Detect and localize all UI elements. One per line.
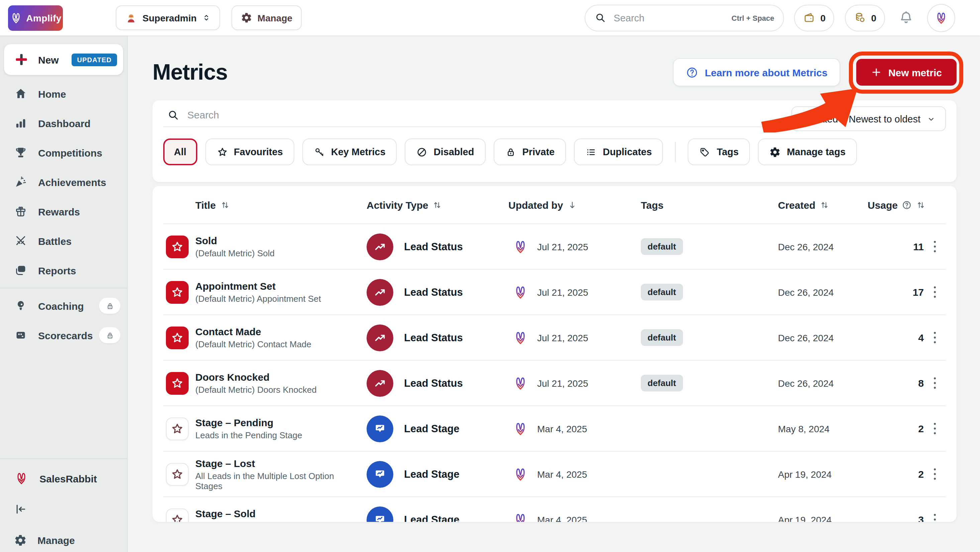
- sidebar-item-competitions[interactable]: Competitions: [0, 138, 127, 167]
- row-menu-button[interactable]: [926, 372, 943, 395]
- star-icon: [170, 331, 184, 344]
- metric-subtitle: (Default Metric) Appointment Set: [195, 293, 358, 304]
- gift-icon: [14, 205, 27, 218]
- header-title[interactable]: Title: [195, 199, 358, 210]
- learn-more-button[interactable]: Learn more about Metrics: [673, 58, 840, 86]
- sidebar-item-reports[interactable]: Reports: [0, 256, 127, 285]
- global-search[interactable]: Ctrl + Space: [585, 4, 784, 31]
- salesrabbit-logo-icon: [14, 471, 29, 486]
- notifications-button[interactable]: [898, 10, 914, 25]
- new-metric-wrapper: New metric: [856, 59, 956, 86]
- wallet-button[interactable]: 0: [794, 4, 835, 31]
- coins-icon: [854, 11, 866, 24]
- table-row[interactable]: Stage – PendingLeads in the Pending Stag…: [163, 406, 946, 452]
- favourite-toggle[interactable]: [166, 326, 189, 349]
- lock-pill: [99, 327, 121, 343]
- favourite-toggle[interactable]: [166, 235, 189, 258]
- favourite-toggle[interactable]: [166, 463, 189, 485]
- rabbit-icon: [10, 11, 23, 24]
- header-updated-by[interactable]: Updated by: [499, 199, 633, 210]
- updated-by-avatar: [512, 284, 528, 300]
- favourite-toggle[interactable]: [166, 281, 189, 304]
- filter-chip-disabled[interactable]: Disabled: [405, 138, 486, 165]
- bar-chart-icon: [14, 116, 27, 130]
- new-metric-button[interactable]: New metric: [856, 59, 956, 86]
- manage-tags-button[interactable]: Manage tags: [758, 138, 857, 165]
- row-menu-button[interactable]: [926, 235, 943, 258]
- salesrabbit-link[interactable]: SalesRabbit: [0, 463, 127, 494]
- tags-button[interactable]: Tags: [688, 138, 750, 165]
- metric-subtitle: [195, 521, 358, 522]
- sidebar-footer: SalesRabbit Manage: [0, 458, 127, 552]
- plus-icon: [14, 52, 29, 67]
- table-row[interactable]: Appointment Set(Default Metric) Appointm…: [163, 270, 946, 315]
- tag-icon: [699, 146, 711, 157]
- favourite-toggle[interactable]: [166, 417, 189, 440]
- filter-chip-favourites[interactable]: Favourites: [205, 138, 294, 165]
- filter-chip-duplicates[interactable]: Duplicates: [574, 138, 663, 165]
- favourite-toggle[interactable]: [166, 372, 189, 395]
- amplify-logo[interactable]: Amplify: [8, 5, 63, 30]
- party-popper-icon: [14, 175, 27, 189]
- sidebar-item-battles[interactable]: Battles: [0, 226, 127, 256]
- search-shortcut: Ctrl + Space: [732, 14, 774, 22]
- role-switcher-button[interactable]: Superadmin: [116, 5, 220, 30]
- table-row[interactable]: Stage – LostAll Leads in the Multiple Lo…: [163, 452, 946, 497]
- collapse-sidebar-button[interactable]: [0, 494, 127, 525]
- updated-by-avatar: [512, 239, 528, 255]
- tag-chip[interactable]: default: [641, 329, 682, 346]
- credits-count: 0: [871, 13, 876, 23]
- sidebar-item-rewards[interactable]: Rewards: [0, 197, 127, 226]
- metrics-search[interactable]: [163, 100, 781, 127]
- manage-label: Manage: [258, 13, 292, 23]
- tag-chip[interactable]: default: [641, 238, 682, 255]
- row-menu-button[interactable]: [926, 281, 943, 304]
- row-menu-button[interactable]: [926, 463, 943, 485]
- tag-chip[interactable]: default: [641, 284, 682, 301]
- sidebar-item-scorecards[interactable]: Scorecards: [0, 320, 127, 350]
- table-row[interactable]: Contact Made(Default Metric) Contact Mad…: [163, 315, 946, 361]
- metric-subtitle: (Default Metric) Sold: [195, 248, 358, 259]
- favourite-toggle[interactable]: [166, 508, 189, 522]
- sidebar-item-manage[interactable]: Manage: [0, 525, 127, 552]
- metric-title: Sold: [195, 234, 358, 246]
- page-actions: Learn more about Metrics New metric: [673, 58, 956, 86]
- sort-dropdown[interactable]: Updated – Newest to oldest: [791, 107, 946, 131]
- header-created[interactable]: Created: [770, 199, 864, 210]
- metric-title: Stage – Sold: [195, 507, 358, 519]
- sort-icon[interactable]: [916, 200, 926, 210]
- filter-chip-private[interactable]: Private: [493, 138, 566, 165]
- sidebar-item-dashboard[interactable]: Dashboard: [0, 108, 127, 138]
- filter-chip-key-metrics[interactable]: Key Metrics: [302, 138, 397, 165]
- sort-desc-icon[interactable]: [567, 200, 577, 210]
- sort-icon[interactable]: [819, 200, 829, 210]
- metrics-search-input[interactable]: [186, 108, 779, 121]
- header-activity-type[interactable]: Activity Type: [358, 199, 499, 210]
- credits-button[interactable]: 0: [845, 4, 885, 31]
- header-usage[interactable]: Usage: [864, 199, 946, 210]
- metric-title: Stage – Lost: [195, 457, 358, 469]
- global-search-input[interactable]: [612, 12, 725, 24]
- table-row[interactable]: Doors Knocked(Default Metric) Doors Knoc…: [163, 361, 946, 406]
- sidebar-item-home[interactable]: Home: [0, 79, 127, 108]
- list-icon: [585, 146, 597, 157]
- home-icon: [14, 87, 27, 100]
- row-menu-button[interactable]: [926, 417, 943, 440]
- row-menu-button[interactable]: [926, 326, 943, 349]
- table-row[interactable]: Stage – Sold Lead Stage Mar 4, 2025 Apr …: [163, 497, 946, 522]
- sort-icon[interactable]: [220, 200, 230, 210]
- sidebar-item-achievements[interactable]: Achievements: [0, 167, 127, 197]
- table-row[interactable]: Sold(Default Metric) Sold Lead Status Ju…: [163, 224, 946, 270]
- row-menu-button[interactable]: [926, 508, 943, 522]
- collapse-icon: [14, 503, 27, 516]
- rabbit-avatar-icon: [934, 10, 948, 25]
- sidebar-new-button[interactable]: New UPDATED: [4, 44, 123, 75]
- filter-chip-all[interactable]: All: [163, 138, 197, 165]
- sidebar-item-coaching[interactable]: Coaching: [0, 291, 127, 320]
- user-avatar[interactable]: [927, 4, 955, 32]
- updated-by-avatar: [512, 420, 528, 437]
- sort-icon[interactable]: [433, 200, 442, 210]
- manage-button[interactable]: Manage: [231, 5, 302, 30]
- tag-chip[interactable]: default: [641, 375, 682, 391]
- help-circle-icon[interactable]: [902, 200, 912, 210]
